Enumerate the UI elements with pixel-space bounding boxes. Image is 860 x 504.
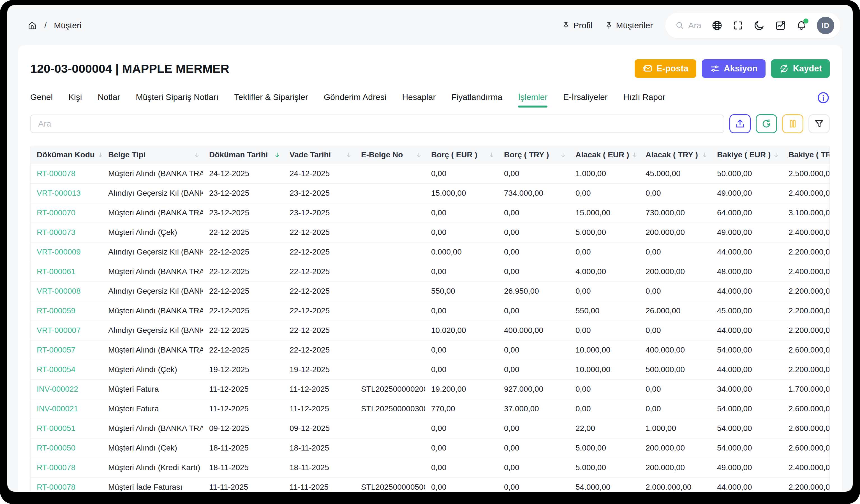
- table-cell: 22-12-2025: [203, 301, 283, 321]
- column-header[interactable]: Alacak ( TRY ): [640, 146, 711, 164]
- document-code-link[interactable]: RT-000078: [31, 458, 102, 477]
- pinned-link-profil[interactable]: Profil: [562, 21, 592, 30]
- column-header[interactable]: Bakiye ( TRY ): [782, 146, 830, 164]
- table-cell: 0,00: [569, 399, 640, 419]
- table-cell: Alındıyı Geçersiz Kıl (BANKA...: [102, 183, 203, 203]
- table-row: VRT-000013Alındıyı Geçersiz Kıl (BANKA..…: [31, 183, 830, 203]
- table-cell: 22-12-2025: [283, 301, 355, 321]
- document-code-link[interactable]: RT-000078: [31, 477, 102, 492]
- table-cell: 400.000,00: [498, 321, 569, 340]
- email-button[interactable]: E-posta: [635, 59, 696, 78]
- table-cell: 23-12-2025: [203, 183, 283, 203]
- filter-button[interactable]: [808, 114, 830, 133]
- globe-icon[interactable]: [712, 20, 723, 31]
- document-code-link[interactable]: VRT-000008: [31, 281, 102, 301]
- table-cell: Müşteri Alındı (BANKA TRA...: [102, 164, 203, 183]
- document-code-link[interactable]: VRT-000013: [31, 183, 102, 203]
- document-code-link[interactable]: RT-000061: [31, 262, 102, 281]
- tab-müşteri-sipariş-notları[interactable]: Müşteri Sipariş Notları: [136, 92, 218, 107]
- table-cell: 34.000,00: [711, 380, 782, 399]
- document-code-link[interactable]: RT-000050: [31, 438, 102, 458]
- pinned-link-label: Profil: [573, 21, 592, 30]
- activity-icon[interactable]: [775, 20, 786, 31]
- document-code-link[interactable]: RT-000057: [31, 340, 102, 360]
- table-search-input[interactable]: [30, 115, 724, 133]
- global-search[interactable]: Ara: [675, 21, 701, 30]
- column-header[interactable]: Belge Tipi: [102, 146, 203, 164]
- save-button[interactable]: Kaydet: [771, 59, 830, 78]
- document-code-link[interactable]: RT-000078: [31, 164, 102, 183]
- table-cell: Müşteri Alındı (Çek): [102, 223, 203, 242]
- table-cell: [355, 164, 425, 183]
- document-code-link[interactable]: VRT-000009: [31, 242, 102, 262]
- column-header[interactable]: Döküman Tarihi: [203, 146, 283, 164]
- home-icon[interactable]: [27, 21, 37, 30]
- avatar[interactable]: ID: [817, 17, 834, 34]
- document-code-link[interactable]: INV-000022: [31, 380, 102, 399]
- table-cell: 2.000.000,00: [640, 477, 711, 492]
- table-cell: 2.600.000,00: [782, 419, 830, 438]
- table-cell: 11-11-2025: [283, 477, 355, 492]
- table-cell: 0,00: [498, 419, 569, 438]
- save-button-label: Kaydet: [793, 63, 822, 74]
- document-code-link[interactable]: RT-000059: [31, 301, 102, 321]
- tab-genel[interactable]: Genel: [30, 92, 53, 107]
- pinned-link-musteriler[interactable]: Müşteriler: [605, 21, 653, 30]
- table-cell: 10.000,00: [569, 360, 640, 380]
- table-cell: 18-11-2025: [283, 438, 355, 458]
- document-code-link[interactable]: RT-000054: [31, 360, 102, 380]
- bell-icon[interactable]: [796, 20, 807, 31]
- table-cell: 19-12-2025: [203, 360, 283, 380]
- table-cell: 22-12-2025: [203, 242, 283, 262]
- fullscreen-icon[interactable]: [733, 20, 743, 31]
- table-cell: 0,00: [640, 242, 711, 262]
- table-cell: 0,00: [425, 360, 498, 380]
- column-header[interactable]: E-Belge No: [355, 146, 425, 164]
- table-cell: 1.000,00: [569, 164, 640, 183]
- table-cell: 22-12-2025: [203, 223, 283, 242]
- table-cell: 3.100.000,00: [782, 203, 830, 223]
- table-cell: 22-12-2025: [203, 281, 283, 301]
- document-code-link[interactable]: VRT-000007: [31, 321, 102, 340]
- column-header[interactable]: Borç ( EUR ): [425, 146, 498, 164]
- table-cell: 15.000,00: [425, 183, 498, 203]
- table-cell: 0,00: [498, 262, 569, 281]
- tab-hızlı-rapor[interactable]: Hızlı Rapor: [624, 92, 665, 107]
- refresh-button[interactable]: [756, 114, 777, 133]
- tab-hesaplar[interactable]: Hesaplar: [402, 92, 435, 107]
- notification-dot: [803, 18, 808, 24]
- table-cell: 0.000,00: [425, 242, 498, 262]
- table-cell: 19-12-2025: [283, 360, 355, 380]
- table-cell: 44.000,00: [711, 242, 782, 262]
- table-cell: 4.000,00: [569, 262, 640, 281]
- tab-gönderim-adresi[interactable]: Gönderim Adresi: [324, 92, 386, 107]
- tab-fiyatlandırma[interactable]: Fiyatlandırma: [451, 92, 502, 107]
- column-header[interactable]: Döküman Kodu: [31, 146, 102, 164]
- info-icon[interactable]: [817, 91, 830, 104]
- column-header[interactable]: Bakiye ( EUR ): [711, 146, 782, 164]
- document-code-link[interactable]: RT-000073: [31, 223, 102, 242]
- document-code-link[interactable]: RT-000051: [31, 419, 102, 438]
- column-header[interactable]: Alacak ( EUR ): [569, 146, 640, 164]
- action-button[interactable]: Aksiyon: [702, 59, 765, 78]
- tab-kişi[interactable]: Kişi: [68, 92, 82, 107]
- export-button[interactable]: [729, 114, 751, 133]
- table-cell: 0,00: [498, 301, 569, 321]
- table-cell: 15.000,00: [569, 203, 640, 223]
- moon-icon[interactable]: [754, 20, 765, 31]
- tab-notlar[interactable]: Notlar: [98, 92, 120, 107]
- document-code-link[interactable]: RT-000070: [31, 203, 102, 223]
- table-cell: 18-11-2025: [203, 438, 283, 458]
- document-code-link[interactable]: INV-000021: [31, 399, 102, 419]
- tab-e-i-rsaliyeler[interactable]: E-İrsaliyeler: [563, 92, 607, 107]
- column-header[interactable]: Borç ( TRY ): [498, 146, 569, 164]
- columns-button[interactable]: [782, 114, 803, 133]
- table-cell: 5.000,00: [569, 458, 640, 477]
- table-cell: 2.400.000,00: [782, 183, 830, 203]
- tab-teklifler-&-siparişler[interactable]: Teklifler & Siparişler: [234, 92, 308, 107]
- column-header[interactable]: Vade Tarihi: [283, 146, 355, 164]
- table-cell: [355, 438, 425, 458]
- tab-i-şlemler[interactable]: İşlemler: [518, 92, 547, 107]
- table-cell: 22-12-2025: [283, 321, 355, 340]
- table-row: RT-000078Müşteri İade Faturası11-11-2025…: [31, 477, 830, 492]
